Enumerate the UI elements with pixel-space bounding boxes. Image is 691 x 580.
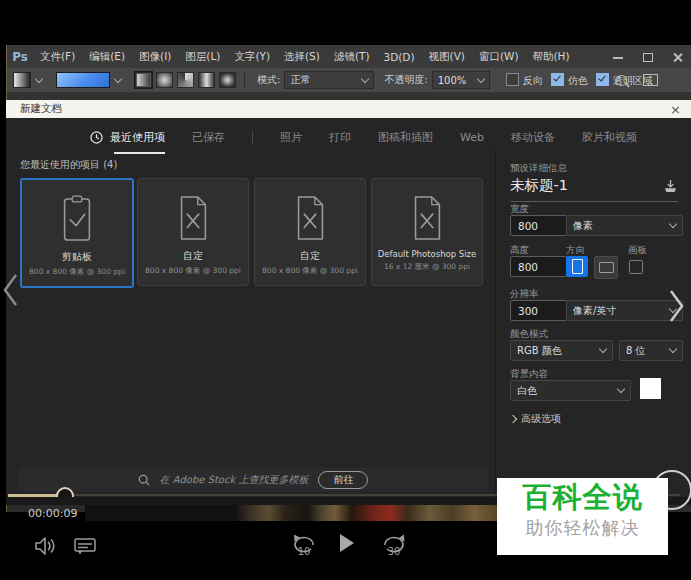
tool-preset-picker[interactable] xyxy=(13,72,42,88)
resolution-unit-select[interactable]: 像素/英寸 xyxy=(566,300,683,321)
background-select[interactable]: 白色 xyxy=(510,380,631,401)
orientation-portrait-button[interactable] xyxy=(566,256,588,277)
resolution-input[interactable]: 300 xyxy=(510,300,567,321)
timestamp: 00:00:09 xyxy=(28,507,77,520)
unit-select[interactable]: 像素 xyxy=(566,215,683,236)
divider xyxy=(244,72,245,88)
opacity-label: 不透明度: xyxy=(384,73,427,87)
chevron-down-icon xyxy=(35,74,43,82)
recent-card-custom-1[interactable]: 自定 800 x 800 像素 @ 300 ppi xyxy=(137,178,249,286)
search-icon[interactable] xyxy=(616,75,627,86)
diamond-gradient-button[interactable] xyxy=(219,72,236,88)
menu-type[interactable]: 文字(Y) xyxy=(234,50,270,64)
color-mode-select[interactable]: RGB 颜色 xyxy=(510,340,613,361)
stock-search-bar: 在 Adobe Stock 上查找更多模板 前往 xyxy=(18,468,488,491)
gradient-swatch xyxy=(56,72,110,88)
document-crossed-pencils-icon xyxy=(289,193,331,243)
dialog-close-icon[interactable]: × xyxy=(670,103,681,116)
mode-label: 模式: xyxy=(257,73,280,87)
portrait-icon xyxy=(572,259,583,274)
tab-film-video[interactable]: 胶片和视频 xyxy=(582,130,637,145)
chevron-down-icon xyxy=(361,74,369,82)
artboard-checkbox[interactable] xyxy=(629,260,643,274)
tab-photo[interactable]: 照片 xyxy=(280,130,302,145)
checkbox-checked xyxy=(596,73,609,86)
tab-print[interactable]: 打印 xyxy=(329,130,351,145)
dither-checkbox[interactable]: 仿色 xyxy=(551,73,588,88)
gradient-tool-icon xyxy=(13,72,31,88)
play-icon[interactable] xyxy=(340,534,354,552)
panel-header: 预设详细信息 xyxy=(510,162,567,175)
rewind-amount: 10 xyxy=(298,546,311,557)
go-button[interactable]: 前往 xyxy=(318,471,368,489)
document-name-field[interactable]: 未标题-1 xyxy=(510,176,568,195)
recent-card-clipboard[interactable]: 剪贴板 800 x 800 像素 @ 300 ppi xyxy=(20,178,134,288)
window-controls xyxy=(612,45,684,68)
recent-items-header: 您最近使用的项目 (4) xyxy=(20,158,117,172)
radial-gradient-button[interactable] xyxy=(156,72,173,88)
menu-layer[interactable]: 图层(L) xyxy=(185,50,220,64)
close-window-button[interactable] xyxy=(672,51,684,63)
previous-arrow-icon[interactable] xyxy=(1,272,19,308)
clipboard-check-icon xyxy=(56,194,98,244)
width-input[interactable]: 800 xyxy=(510,215,567,236)
stock-search-input[interactable]: 在 Adobe Stock 上查找更多模板 xyxy=(160,473,309,487)
forward-amount: 30 xyxy=(388,546,401,557)
tab-art-illustration[interactable]: 图稿和插图 xyxy=(378,130,433,145)
new-document-dialog: 最近使用项 已保存 照片 打印 图稿和插图 Web 移动设备 胶片和视频 您最近… xyxy=(6,118,691,497)
background-color-swatch[interactable] xyxy=(640,378,661,399)
speaker-icon[interactable] xyxy=(33,535,57,557)
reverse-checkbox[interactable]: 反向 xyxy=(506,73,543,88)
height-input[interactable]: 800 xyxy=(510,256,567,277)
watermark-title: 百科全说 xyxy=(497,482,668,514)
card-meta: 16 x 12 厘米 @ 300 ppi xyxy=(384,262,470,272)
rewind-10-icon[interactable]: 10 xyxy=(290,533,318,559)
search-icon xyxy=(138,474,150,486)
menu-view[interactable]: 视图(V) xyxy=(429,50,465,64)
opacity-select[interactable]: 100% xyxy=(432,71,490,89)
chevron-down-icon xyxy=(669,220,677,228)
next-arrow-icon[interactable] xyxy=(668,288,686,324)
screen: Ps 文件(F) 编辑(E) 图像(I) 图层(L) 文字(Y) 选择(S) 滤… xyxy=(0,0,691,580)
artboard-label: 画板 xyxy=(628,244,647,257)
orientation-landscape-button[interactable] xyxy=(594,256,618,279)
new-document-dialog-titlebar[interactable]: 新建文档 × xyxy=(6,100,691,118)
menu-file[interactable]: 文件(F) xyxy=(40,50,75,64)
options-bar: 模式: 正常 不透明度: 100% 反向 仿色 透明区域 xyxy=(7,68,691,93)
gradient-swatch-picker[interactable] xyxy=(48,72,121,88)
recent-card-default-size[interactable]: Default Photoshop Size 16 x 12 厘米 @ 300 … xyxy=(371,178,483,286)
bit-depth-select[interactable]: 8 位 xyxy=(619,340,683,361)
minimize-button[interactable] xyxy=(612,51,624,63)
card-meta: 800 x 800 像素 @ 300 ppi xyxy=(145,266,241,276)
tab-web[interactable]: Web xyxy=(460,131,484,144)
menu-select[interactable]: 选择(S) xyxy=(284,50,320,64)
chevron-down-icon xyxy=(477,74,485,82)
chevron-right-icon xyxy=(509,415,517,423)
advanced-options-toggle[interactable]: 高级选项 xyxy=(510,412,561,426)
tab-recent[interactable]: 最近使用项 xyxy=(90,130,165,145)
subtitle-icon[interactable] xyxy=(74,538,96,555)
preset-details-panel: 预设详细信息 未标题-1 宽度 800 像素 高度 方向 画板 800 xyxy=(495,150,691,497)
menu-window[interactable]: 窗口(W) xyxy=(479,50,519,64)
forward-30-icon[interactable]: 30 xyxy=(380,533,408,559)
document-crossed-pencils-icon xyxy=(406,193,448,243)
recent-card-custom-2[interactable]: 自定 800 x 800 像素 @ 300 ppi xyxy=(254,178,366,286)
dialog-title: 新建文档 xyxy=(20,102,62,116)
save-preset-icon[interactable] xyxy=(663,179,678,193)
menu-help[interactable]: 帮助(H) xyxy=(533,50,570,64)
menu-3d[interactable]: 3D(D) xyxy=(383,51,414,63)
maximize-button[interactable] xyxy=(642,51,654,63)
chevron-down-icon xyxy=(599,345,607,353)
tab-mobile[interactable]: 移动设备 xyxy=(511,130,555,145)
menu-image[interactable]: 图像(I) xyxy=(139,50,171,64)
mode-select[interactable]: 正常 xyxy=(284,71,374,89)
angle-gradient-button[interactable] xyxy=(177,72,194,88)
linear-gradient-button[interactable] xyxy=(135,72,152,88)
menu-edit[interactable]: 编辑(E) xyxy=(89,50,125,64)
card-name: Default Photoshop Size xyxy=(378,249,477,259)
menu-filter[interactable]: 滤镜(T) xyxy=(334,50,370,64)
tab-saved[interactable]: 已保存 xyxy=(192,130,225,145)
workspace-switcher-icon[interactable] xyxy=(643,74,658,86)
reflected-gradient-button[interactable] xyxy=(198,72,215,88)
checkbox-checked xyxy=(551,73,564,86)
